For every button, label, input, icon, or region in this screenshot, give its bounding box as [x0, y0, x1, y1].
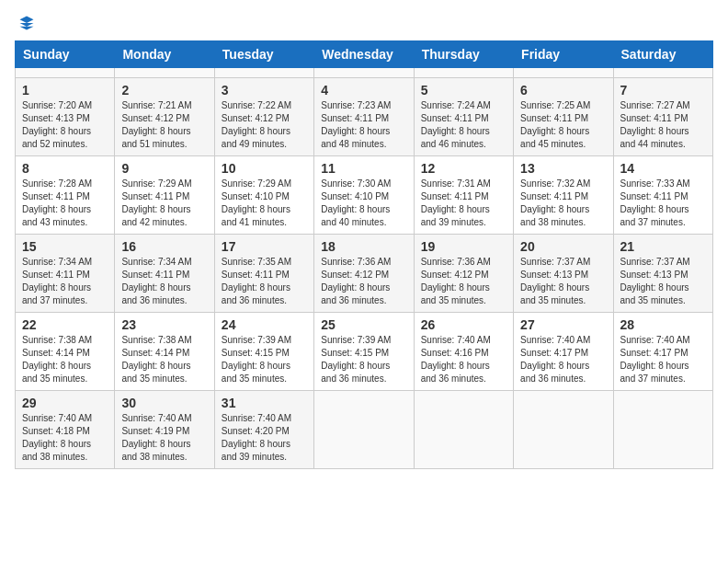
calendar-cell: 21 Sunrise: 7:37 AM Sunset: 4:13 PM Dayl… — [613, 235, 712, 313]
daylight-label: Daylight: 8 hours — [421, 282, 490, 293]
day-number: 8 — [22, 161, 108, 176]
sunrise-label: Sunrise: 7:32 AM — [520, 178, 590, 189]
calendar-cell: 29 Sunrise: 7:40 AM Sunset: 4:18 PM Dayl… — [16, 391, 115, 469]
calendar-cell: 8 Sunrise: 7:28 AM Sunset: 4:11 PM Dayli… — [16, 156, 115, 235]
sunset-label: Sunset: 4:17 PM — [620, 348, 688, 358]
day-info: Sunrise: 7:20 AM Sunset: 4:13 PM Dayligh… — [22, 99, 108, 151]
day-of-week-monday: Monday — [115, 41, 214, 68]
sunrise-label: Sunrise: 7:36 AM — [321, 257, 391, 267]
calendar-cell: 9 Sunrise: 7:29 AM Sunset: 4:11 PM Dayli… — [115, 156, 214, 235]
day-info: Sunrise: 7:40 AM Sunset: 4:17 PM Dayligh… — [520, 334, 606, 385]
sunrise-label: Sunrise: 7:34 AM — [22, 257, 92, 267]
calendar-cell: 30 Sunrise: 7:40 AM Sunset: 4:19 PM Dayl… — [115, 391, 214, 469]
sunrise-label: Sunrise: 7:39 AM — [321, 335, 391, 345]
daylight-label: Daylight: 8 hours — [121, 282, 190, 293]
sunrise-label: Sunrise: 7:40 AM — [222, 413, 291, 423]
daylight-minutes: and 37 minutes. — [620, 373, 686, 384]
sunset-label: Sunset: 4:12 PM — [121, 113, 189, 123]
daylight-label: Daylight: 8 hours — [421, 204, 490, 214]
sunrise-label: Sunrise: 7:28 AM — [22, 178, 92, 189]
daylight-minutes: and 43 minutes. — [22, 217, 87, 227]
daylight-minutes: and 39 minutes. — [222, 452, 287, 462]
day-number: 12 — [421, 161, 506, 176]
calendar-cell — [115, 68, 214, 78]
calendar-cell: 6 Sunrise: 7:25 AM Sunset: 4:11 PM Dayli… — [514, 78, 613, 156]
day-info: Sunrise: 7:31 AM Sunset: 4:11 PM Dayligh… — [421, 178, 506, 229]
daylight-minutes: and 38 minutes. — [520, 217, 586, 227]
daylight-label: Daylight: 8 hours — [620, 282, 689, 293]
day-info: Sunrise: 7:40 AM Sunset: 4:16 PM Dayligh… — [421, 334, 506, 385]
daylight-label: Daylight: 8 hours — [222, 361, 290, 371]
day-of-week-friday: Friday — [514, 41, 613, 68]
day-number: 4 — [321, 83, 406, 98]
sunrise-label: Sunrise: 7:37 AM — [520, 257, 590, 267]
sunset-label: Sunset: 4:11 PM — [22, 191, 90, 201]
daylight-label: Daylight: 8 hours — [22, 204, 91, 214]
day-number: 1 — [22, 83, 108, 98]
logo — [15, 15, 35, 31]
daylight-minutes: and 46 minutes. — [421, 139, 486, 149]
day-info: Sunrise: 7:40 AM Sunset: 4:19 PM Dayligh… — [121, 412, 207, 464]
day-number: 25 — [321, 317, 406, 332]
calendar-cell — [314, 68, 414, 78]
daylight-label: Daylight: 8 hours — [22, 282, 91, 293]
day-number: 14 — [620, 161, 706, 176]
sunset-label: Sunset: 4:11 PM — [620, 113, 688, 123]
day-info: Sunrise: 7:39 AM Sunset: 4:15 PM Dayligh… — [222, 334, 307, 385]
daylight-minutes: and 49 minutes. — [222, 139, 287, 149]
daylight-minutes: and 36 minutes. — [520, 373, 586, 384]
sunset-label: Sunset: 4:10 PM — [222, 191, 290, 201]
calendar-cell: 20 Sunrise: 7:37 AM Sunset: 4:13 PM Dayl… — [514, 235, 613, 313]
daylight-label: Daylight: 8 hours — [421, 361, 490, 371]
daylight-minutes: and 36 minutes. — [321, 295, 386, 305]
day-number: 27 — [520, 317, 606, 332]
sunset-label: Sunset: 4:11 PM — [520, 113, 588, 123]
sunrise-label: Sunrise: 7:22 AM — [222, 100, 291, 110]
sunrise-label: Sunrise: 7:34 AM — [121, 257, 191, 267]
day-number: 6 — [520, 83, 606, 98]
calendar-cell: 23 Sunrise: 7:38 AM Sunset: 4:14 PM Dayl… — [115, 313, 214, 391]
day-of-week-thursday: Thursday — [414, 41, 513, 68]
day-number: 26 — [421, 317, 506, 332]
day-number: 10 — [222, 161, 307, 176]
calendar-cell: 31 Sunrise: 7:40 AM Sunset: 4:20 PM Dayl… — [214, 391, 313, 469]
day-info: Sunrise: 7:40 AM Sunset: 4:17 PM Dayligh… — [620, 334, 706, 385]
sunrise-label: Sunrise: 7:40 AM — [520, 335, 590, 345]
daylight-label: Daylight: 8 hours — [121, 126, 190, 136]
sunset-label: Sunset: 4:19 PM — [121, 426, 189, 436]
daylight-label: Daylight: 8 hours — [321, 361, 390, 371]
day-info: Sunrise: 7:34 AM Sunset: 4:11 PM Dayligh… — [121, 256, 207, 307]
sunrise-label: Sunrise: 7:40 AM — [421, 335, 491, 345]
sunrise-label: Sunrise: 7:38 AM — [121, 335, 191, 345]
sunset-label: Sunset: 4:11 PM — [22, 270, 90, 280]
calendar-week-row: 29 Sunrise: 7:40 AM Sunset: 4:18 PM Dayl… — [16, 391, 713, 469]
sunset-label: Sunset: 4:17 PM — [520, 348, 588, 358]
daylight-minutes: and 44 minutes. — [620, 139, 686, 149]
daylight-minutes: and 39 minutes. — [421, 217, 486, 227]
sunset-label: Sunset: 4:18 PM — [22, 426, 90, 436]
day-info: Sunrise: 7:28 AM Sunset: 4:11 PM Dayligh… — [22, 178, 108, 229]
sunset-label: Sunset: 4:20 PM — [222, 426, 290, 436]
sunset-label: Sunset: 4:15 PM — [321, 348, 389, 358]
day-info: Sunrise: 7:38 AM Sunset: 4:14 PM Dayligh… — [22, 334, 108, 385]
daylight-minutes: and 38 minutes. — [121, 452, 187, 462]
calendar-cell: 7 Sunrise: 7:27 AM Sunset: 4:11 PM Dayli… — [613, 78, 712, 156]
daylight-minutes: and 45 minutes. — [520, 139, 586, 149]
day-of-week-tuesday: Tuesday — [214, 41, 313, 68]
daylight-minutes: and 36 minutes. — [121, 295, 187, 305]
daylight-label: Daylight: 8 hours — [321, 126, 390, 136]
day-of-week-saturday: Saturday — [613, 41, 712, 68]
day-number: 9 — [121, 161, 207, 176]
daylight-minutes: and 35 minutes. — [121, 373, 187, 384]
day-info: Sunrise: 7:40 AM Sunset: 4:20 PM Dayligh… — [222, 412, 307, 464]
sunrise-label: Sunrise: 7:40 AM — [121, 413, 191, 423]
calendar-cell: 27 Sunrise: 7:40 AM Sunset: 4:17 PM Dayl… — [514, 313, 613, 391]
sunset-label: Sunset: 4:11 PM — [321, 113, 389, 123]
calendar-cell: 1 Sunrise: 7:20 AM Sunset: 4:13 PM Dayli… — [16, 78, 115, 156]
daylight-label: Daylight: 8 hours — [222, 126, 290, 136]
day-info: Sunrise: 7:32 AM Sunset: 4:11 PM Dayligh… — [520, 178, 606, 229]
calendar-cell — [314, 391, 414, 469]
calendar-cell: 12 Sunrise: 7:31 AM Sunset: 4:11 PM Dayl… — [414, 156, 513, 235]
sunset-label: Sunset: 4:12 PM — [321, 270, 389, 280]
day-info: Sunrise: 7:30 AM Sunset: 4:10 PM Dayligh… — [321, 178, 406, 229]
